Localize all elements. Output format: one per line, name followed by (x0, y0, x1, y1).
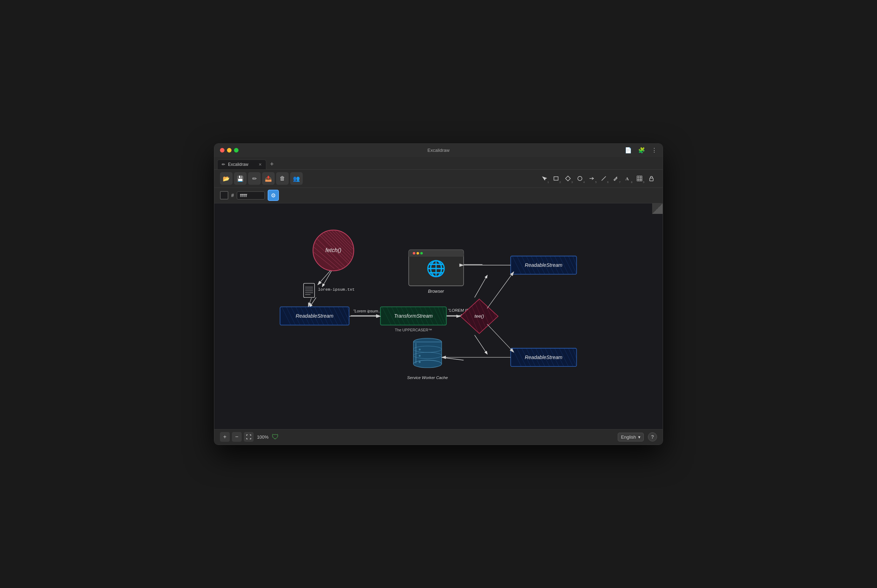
rectangle-tool[interactable]: 2 (550, 173, 562, 184)
help-button[interactable]: ? (648, 432, 657, 441)
bottom-bar: + − 100% 🛡 English ▾ ? (214, 429, 663, 445)
svg-marker-1 (566, 176, 571, 181)
text-tool[interactable]: A 8 (622, 173, 633, 184)
select-tool[interactable]: 1 (539, 173, 550, 184)
maximize-button[interactable] (234, 148, 239, 153)
toolbar-drawing-tools: 1 2 3 4 5 6 7 (539, 173, 657, 184)
svg-line-4 (602, 176, 606, 181)
svg-point-136 (416, 252, 419, 254)
svg-text:ReadableStream: ReadableStream (525, 262, 562, 267)
svg-text:tee(): tee() (474, 314, 484, 319)
svg-text:The UPPERCASER™: The UPPERCASER™ (395, 327, 432, 332)
svg-text:🌐: 🌐 (426, 259, 446, 278)
color-bar: # ffffff ⚙ (214, 188, 663, 203)
window-actions: 📄 🧩 ⋮ (625, 147, 657, 154)
pencil-tool[interactable]: 7 (610, 173, 621, 184)
canvas-area[interactable]: fetch() lorem-ipsum.txt (214, 203, 663, 429)
bottom-right-controls: English ▾ ? (618, 432, 657, 441)
svg-line-5 (616, 177, 617, 177)
svg-text:Service Worker Cache: Service Worker Cache (407, 375, 448, 380)
svg-text:lorem-ipsum.txt: lorem-ipsum.txt (318, 287, 355, 291)
document-icon[interactable]: 📄 (625, 147, 632, 154)
svg-line-94 (495, 294, 503, 324)
open-file-btn[interactable]: 📂 (220, 172, 233, 185)
share-btn[interactable]: 👥 (290, 172, 303, 185)
svg-text:fetch(): fetch() (326, 246, 342, 253)
title-bar: Excalidraw 📄 🧩 ⋮ (214, 144, 663, 157)
window-title: Excalidraw (428, 148, 450, 153)
svg-rect-12 (650, 178, 653, 181)
minimize-button[interactable] (227, 148, 231, 153)
line-tool[interactable]: 6 (598, 173, 609, 184)
svg-line-17 (475, 275, 487, 297)
svg-line-18 (475, 335, 487, 354)
traffic-lights (220, 148, 239, 153)
color-settings-btn[interactable]: ⚙ (268, 190, 279, 201)
svg-point-145 (419, 348, 420, 350)
fit-view-btn[interactable] (244, 432, 254, 442)
edit-btn[interactable]: ✏ (248, 172, 261, 185)
tab-close-btn[interactable]: ✕ (258, 162, 262, 167)
puzzle-icon[interactable]: 🧩 (638, 147, 645, 154)
language-label: English (621, 434, 636, 440)
svg-line-14 (310, 297, 316, 307)
delete-btn[interactable]: 🗑 (276, 172, 289, 185)
svg-text:ReadableStream: ReadableStream (525, 354, 562, 360)
svg-text:ReadableStream: ReadableStream (296, 313, 333, 318)
tab-icon: ✏ (222, 162, 225, 167)
svg-point-147 (419, 361, 420, 363)
color-swatch[interactable] (220, 191, 228, 200)
svg-point-146 (419, 355, 420, 357)
tab-label: Excalidraw (228, 162, 248, 167)
zoom-out-btn[interactable]: − (232, 432, 242, 442)
zoom-in-btn[interactable]: + (220, 432, 230, 442)
active-tab[interactable]: ✏ Excalidraw ✕ (217, 159, 266, 170)
table-tool[interactable]: 9 (634, 173, 645, 184)
tab-bar: ✏ Excalidraw ✕ + (214, 157, 663, 170)
svg-text:"Lorem ipsum..": "Lorem ipsum.." (353, 309, 382, 313)
more-icon[interactable]: ⋮ (652, 147, 657, 154)
zoom-level: 100% (256, 434, 270, 440)
diamond-tool[interactable]: 3 (562, 173, 574, 184)
new-tab-btn[interactable]: + (268, 160, 276, 169)
mac-window: Excalidraw 📄 🧩 ⋮ ✏ Excalidraw ✕ + 📂 💾 ✏ … (214, 143, 663, 445)
svg-text:TransformStream: TransformStream (394, 313, 432, 318)
toolbar-file-tools: 📂 💾 ✏ 📤 🗑 👥 (220, 172, 303, 185)
svg-text:A: A (625, 176, 629, 181)
color-hex-input[interactable]: ffffff (237, 192, 265, 200)
ellipse-tool[interactable]: 4 (574, 173, 586, 184)
zoom-controls: + − 100% 🛡 (220, 432, 279, 442)
svg-line-157 (487, 324, 514, 352)
svg-line-156 (487, 272, 514, 308)
svg-text:Browser: Browser (428, 289, 445, 294)
lock-tool[interactable] (646, 173, 657, 184)
language-selector[interactable]: English ▾ (618, 433, 644, 441)
arrow-tool[interactable]: 5 (586, 173, 598, 184)
toolbar: 📂 💾 ✏ 📤 🗑 👥 1 2 3 4 (214, 170, 663, 188)
svg-rect-38 (303, 283, 314, 297)
hash-symbol: # (231, 192, 234, 198)
svg-rect-0 (554, 177, 558, 180)
svg-rect-7 (637, 176, 642, 181)
svg-point-137 (420, 252, 423, 254)
chevron-down-icon: ▾ (638, 434, 641, 440)
close-button[interactable] (220, 148, 225, 153)
svg-point-2 (578, 176, 582, 181)
svg-line-152 (318, 271, 330, 285)
svg-point-142 (413, 360, 442, 368)
export-btn[interactable]: 📤 (262, 172, 275, 185)
shield-icon: 🛡 (272, 433, 279, 441)
svg-point-135 (413, 252, 415, 254)
save-btn[interactable]: 💾 (234, 172, 246, 185)
